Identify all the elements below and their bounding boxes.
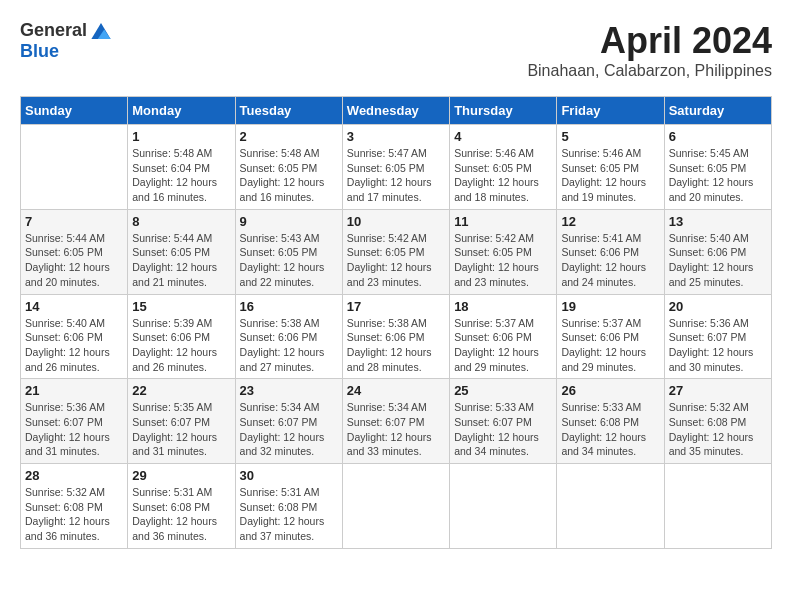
day-number: 18 [454, 299, 552, 314]
day-info: Sunrise: 5:36 AM Sunset: 6:07 PM Dayligh… [669, 316, 767, 375]
calendar-cell: 14Sunrise: 5:40 AM Sunset: 6:06 PM Dayli… [21, 294, 128, 379]
calendar-cell: 26Sunrise: 5:33 AM Sunset: 6:08 PM Dayli… [557, 379, 664, 464]
day-info: Sunrise: 5:41 AM Sunset: 6:06 PM Dayligh… [561, 231, 659, 290]
day-number: 3 [347, 129, 445, 144]
day-info: Sunrise: 5:48 AM Sunset: 6:05 PM Dayligh… [240, 146, 338, 205]
calendar-header-row: SundayMondayTuesdayWednesdayThursdayFrid… [21, 97, 772, 125]
day-number: 15 [132, 299, 230, 314]
page-header: General Blue April 2024 Binahaan, Calaba… [20, 20, 772, 80]
day-number: 7 [25, 214, 123, 229]
calendar-cell: 15Sunrise: 5:39 AM Sunset: 6:06 PM Dayli… [128, 294, 235, 379]
day-info: Sunrise: 5:37 AM Sunset: 6:06 PM Dayligh… [561, 316, 659, 375]
day-number: 25 [454, 383, 552, 398]
weekday-header-monday: Monday [128, 97, 235, 125]
day-info: Sunrise: 5:43 AM Sunset: 6:05 PM Dayligh… [240, 231, 338, 290]
day-number: 16 [240, 299, 338, 314]
day-info: Sunrise: 5:44 AM Sunset: 6:05 PM Dayligh… [132, 231, 230, 290]
logo-blue-text: Blue [20, 41, 59, 62]
calendar-cell: 27Sunrise: 5:32 AM Sunset: 6:08 PM Dayli… [664, 379, 771, 464]
day-info: Sunrise: 5:32 AM Sunset: 6:08 PM Dayligh… [25, 485, 123, 544]
calendar-cell: 13Sunrise: 5:40 AM Sunset: 6:06 PM Dayli… [664, 209, 771, 294]
day-info: Sunrise: 5:40 AM Sunset: 6:06 PM Dayligh… [669, 231, 767, 290]
day-number: 29 [132, 468, 230, 483]
calendar-cell: 11Sunrise: 5:42 AM Sunset: 6:05 PM Dayli… [450, 209, 557, 294]
calendar-cell: 1Sunrise: 5:48 AM Sunset: 6:04 PM Daylig… [128, 125, 235, 210]
day-info: Sunrise: 5:39 AM Sunset: 6:06 PM Dayligh… [132, 316, 230, 375]
calendar-table: SundayMondayTuesdayWednesdayThursdayFrid… [20, 96, 772, 549]
day-number: 5 [561, 129, 659, 144]
day-number: 24 [347, 383, 445, 398]
calendar-cell: 12Sunrise: 5:41 AM Sunset: 6:06 PM Dayli… [557, 209, 664, 294]
day-info: Sunrise: 5:42 AM Sunset: 6:05 PM Dayligh… [454, 231, 552, 290]
day-info: Sunrise: 5:34 AM Sunset: 6:07 PM Dayligh… [240, 400, 338, 459]
day-number: 21 [25, 383, 123, 398]
calendar-cell: 9Sunrise: 5:43 AM Sunset: 6:05 PM Daylig… [235, 209, 342, 294]
weekday-header-tuesday: Tuesday [235, 97, 342, 125]
calendar-cell: 22Sunrise: 5:35 AM Sunset: 6:07 PM Dayli… [128, 379, 235, 464]
day-number: 13 [669, 214, 767, 229]
calendar-cell [664, 464, 771, 549]
calendar-week-row: 21Sunrise: 5:36 AM Sunset: 6:07 PM Dayli… [21, 379, 772, 464]
day-info: Sunrise: 5:31 AM Sunset: 6:08 PM Dayligh… [240, 485, 338, 544]
calendar-cell [450, 464, 557, 549]
calendar-cell: 7Sunrise: 5:44 AM Sunset: 6:05 PM Daylig… [21, 209, 128, 294]
weekday-header-friday: Friday [557, 97, 664, 125]
day-info: Sunrise: 5:46 AM Sunset: 6:05 PM Dayligh… [454, 146, 552, 205]
day-number: 28 [25, 468, 123, 483]
calendar-cell: 29Sunrise: 5:31 AM Sunset: 6:08 PM Dayli… [128, 464, 235, 549]
day-info: Sunrise: 5:44 AM Sunset: 6:05 PM Dayligh… [25, 231, 123, 290]
calendar-cell: 23Sunrise: 5:34 AM Sunset: 6:07 PM Dayli… [235, 379, 342, 464]
day-number: 17 [347, 299, 445, 314]
weekday-header-saturday: Saturday [664, 97, 771, 125]
calendar-cell: 25Sunrise: 5:33 AM Sunset: 6:07 PM Dayli… [450, 379, 557, 464]
day-info: Sunrise: 5:31 AM Sunset: 6:08 PM Dayligh… [132, 485, 230, 544]
calendar-week-row: 7Sunrise: 5:44 AM Sunset: 6:05 PM Daylig… [21, 209, 772, 294]
day-info: Sunrise: 5:42 AM Sunset: 6:05 PM Dayligh… [347, 231, 445, 290]
day-info: Sunrise: 5:33 AM Sunset: 6:08 PM Dayligh… [561, 400, 659, 459]
calendar-week-row: 28Sunrise: 5:32 AM Sunset: 6:08 PM Dayli… [21, 464, 772, 549]
calendar-cell: 28Sunrise: 5:32 AM Sunset: 6:08 PM Dayli… [21, 464, 128, 549]
calendar-week-row: 14Sunrise: 5:40 AM Sunset: 6:06 PM Dayli… [21, 294, 772, 379]
day-info: Sunrise: 5:33 AM Sunset: 6:07 PM Dayligh… [454, 400, 552, 459]
calendar-cell: 21Sunrise: 5:36 AM Sunset: 6:07 PM Dayli… [21, 379, 128, 464]
calendar-cell: 3Sunrise: 5:47 AM Sunset: 6:05 PM Daylig… [342, 125, 449, 210]
day-info: Sunrise: 5:32 AM Sunset: 6:08 PM Dayligh… [669, 400, 767, 459]
weekday-header-thursday: Thursday [450, 97, 557, 125]
day-info: Sunrise: 5:48 AM Sunset: 6:04 PM Dayligh… [132, 146, 230, 205]
day-number: 19 [561, 299, 659, 314]
day-info: Sunrise: 5:46 AM Sunset: 6:05 PM Dayligh… [561, 146, 659, 205]
day-info: Sunrise: 5:34 AM Sunset: 6:07 PM Dayligh… [347, 400, 445, 459]
day-info: Sunrise: 5:45 AM Sunset: 6:05 PM Dayligh… [669, 146, 767, 205]
day-number: 30 [240, 468, 338, 483]
day-number: 9 [240, 214, 338, 229]
logo-general-text: General [20, 20, 87, 41]
day-info: Sunrise: 5:37 AM Sunset: 6:06 PM Dayligh… [454, 316, 552, 375]
calendar-cell: 2Sunrise: 5:48 AM Sunset: 6:05 PM Daylig… [235, 125, 342, 210]
day-info: Sunrise: 5:38 AM Sunset: 6:06 PM Dayligh… [240, 316, 338, 375]
day-info: Sunrise: 5:38 AM Sunset: 6:06 PM Dayligh… [347, 316, 445, 375]
day-number: 20 [669, 299, 767, 314]
logo-icon [91, 23, 111, 39]
day-number: 26 [561, 383, 659, 398]
day-info: Sunrise: 5:35 AM Sunset: 6:07 PM Dayligh… [132, 400, 230, 459]
day-number: 14 [25, 299, 123, 314]
day-info: Sunrise: 5:47 AM Sunset: 6:05 PM Dayligh… [347, 146, 445, 205]
day-number: 11 [454, 214, 552, 229]
calendar-cell: 30Sunrise: 5:31 AM Sunset: 6:08 PM Dayli… [235, 464, 342, 549]
calendar-cell: 16Sunrise: 5:38 AM Sunset: 6:06 PM Dayli… [235, 294, 342, 379]
calendar-cell: 24Sunrise: 5:34 AM Sunset: 6:07 PM Dayli… [342, 379, 449, 464]
calendar-cell [557, 464, 664, 549]
logo: General Blue [20, 20, 111, 62]
calendar-cell [21, 125, 128, 210]
calendar-cell: 19Sunrise: 5:37 AM Sunset: 6:06 PM Dayli… [557, 294, 664, 379]
day-number: 6 [669, 129, 767, 144]
day-number: 1 [132, 129, 230, 144]
calendar-cell: 6Sunrise: 5:45 AM Sunset: 6:05 PM Daylig… [664, 125, 771, 210]
calendar-cell: 4Sunrise: 5:46 AM Sunset: 6:05 PM Daylig… [450, 125, 557, 210]
weekday-header-wednesday: Wednesday [342, 97, 449, 125]
day-number: 22 [132, 383, 230, 398]
day-number: 2 [240, 129, 338, 144]
calendar-cell: 18Sunrise: 5:37 AM Sunset: 6:06 PM Dayli… [450, 294, 557, 379]
day-number: 8 [132, 214, 230, 229]
day-number: 10 [347, 214, 445, 229]
